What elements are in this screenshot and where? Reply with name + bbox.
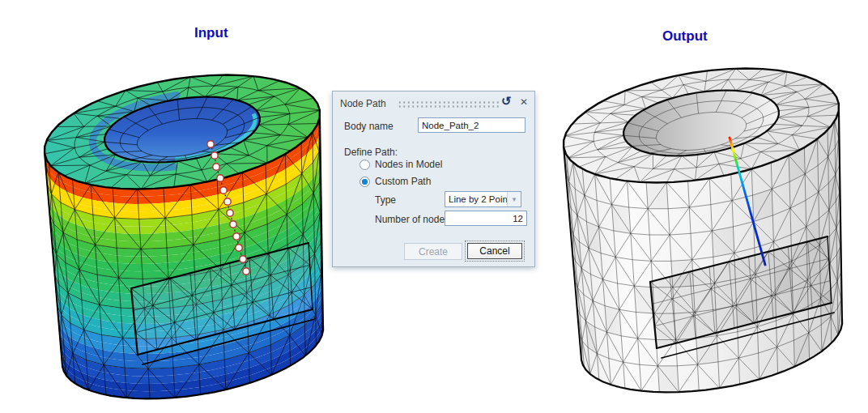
path-node-dot[interactable]	[211, 152, 218, 159]
radio-circle-custom-path[interactable]	[360, 177, 370, 187]
close-icon[interactable]: ✕	[520, 96, 528, 108]
radio-circle-nodes-in-model[interactable]	[360, 160, 370, 170]
app-canvas: Input Output Node Path ↺ ✕ Body name Def…	[0, 0, 868, 413]
path-node-dot[interactable]	[217, 175, 223, 181]
node-path-dialog: Node Path ↺ ✕ Body name Define Path: Nod…	[332, 91, 535, 267]
path-node-dot[interactable]	[243, 268, 249, 275]
path-node-dot[interactable]	[224, 198, 231, 205]
create-button[interactable]: Create	[404, 243, 462, 260]
path-node-dot[interactable]	[230, 221, 236, 228]
chevron-down-icon[interactable]: ▾	[507, 192, 521, 206]
body-name-input[interactable]	[418, 117, 525, 133]
output-heading: Output	[662, 28, 708, 45]
dialog-drag-grip[interactable]	[398, 100, 501, 109]
radio-custom-path[interactable]: Custom Path	[360, 176, 431, 187]
radio-nodes-in-model[interactable]: Nodes in Model	[360, 159, 442, 170]
output-model-mesh[interactable]	[564, 69, 842, 393]
number-of-nodes-input[interactable]	[445, 211, 527, 226]
radio-custom-path-label: Custom Path	[375, 176, 431, 187]
path-node-dot[interactable]	[236, 245, 242, 251]
radio-nodes-in-model-label: Nodes in Model	[375, 159, 442, 170]
input-heading: Input	[194, 25, 228, 41]
path-node-dot[interactable]	[233, 233, 240, 240]
input-model-mesh[interactable]	[45, 75, 323, 399]
define-path-label: Define Path:	[344, 147, 398, 158]
path-node-dot[interactable]	[213, 164, 219, 170]
path-node-dot[interactable]	[240, 256, 246, 262]
reset-icon[interactable]: ↺	[501, 94, 512, 108]
cancel-button-focus-ring: Cancel	[465, 241, 525, 262]
number-of-nodes-label: Number of nodes	[375, 214, 449, 225]
type-dropdown[interactable]: Line by 2 Points ▾	[445, 191, 521, 207]
type-label: Type	[375, 194, 396, 206]
path-node-dot[interactable]	[227, 210, 233, 216]
dialog-title: Node Path	[340, 98, 386, 109]
path-node-dot[interactable]	[220, 187, 227, 194]
body-name-label: Body name	[344, 121, 394, 132]
type-dropdown-value: Line by 2 Points	[445, 192, 507, 206]
path-node-dot[interactable]	[207, 141, 214, 147]
cancel-button[interactable]: Cancel	[467, 243, 522, 259]
